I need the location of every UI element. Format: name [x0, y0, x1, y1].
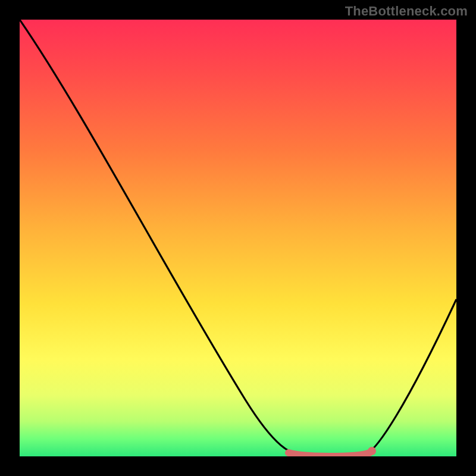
- curve-path: [20, 20, 456, 456]
- bottleneck-curve: [20, 20, 456, 456]
- chart-frame: TheBottleneck.com: [0, 0, 476, 476]
- flat-region: [289, 453, 369, 456]
- plot-area: [20, 20, 456, 456]
- watermark-text: TheBottleneck.com: [345, 4, 468, 19]
- marker-dot: [368, 447, 376, 455]
